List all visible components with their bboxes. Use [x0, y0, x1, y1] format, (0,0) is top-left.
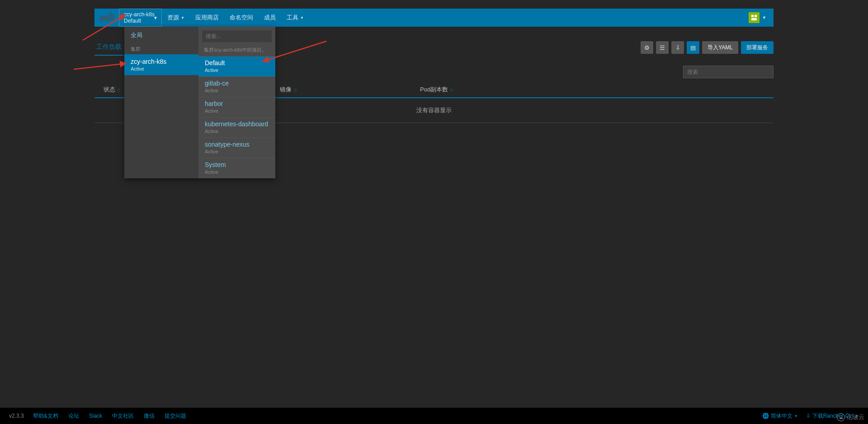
cluster-section-label: 集群: [124, 44, 198, 54]
deploy-button[interactable]: 部署服务: [741, 41, 774, 54]
language-selector[interactable]: 🌐 简体中文 ▼: [762, 412, 798, 420]
svg-rect-8: [755, 15, 757, 17]
global-link[interactable]: 全局: [124, 27, 198, 44]
svg-rect-0: [99, 16, 108, 20]
rancher-logo[interactable]: [96, 9, 119, 27]
nav-namespaces[interactable]: 命名空间: [224, 9, 259, 27]
project-search-input[interactable]: [202, 30, 272, 42]
import-yaml-button[interactable]: 导入YAML: [702, 41, 738, 54]
project-item-harbor[interactable]: harbor Active: [198, 97, 275, 117]
download-icon: ⇩: [675, 44, 680, 51]
group-icon: ▤: [690, 44, 696, 51]
chevron-down-icon: ▼: [762, 15, 766, 20]
cluster-project-dropdown[interactable]: zcy-arch-k8s Default ▼: [119, 9, 162, 27]
footer-forum[interactable]: 论坛: [68, 412, 79, 420]
gear-icon: ⚙: [644, 44, 650, 51]
svg-rect-1: [108, 14, 114, 20]
workload-search-input[interactable]: [683, 66, 774, 78]
chevron-down-icon: ▼: [300, 16, 304, 20]
svg-rect-4: [110, 12, 111, 14]
cow-logo-icon: [99, 12, 117, 23]
nav-resources[interactable]: 资源 ▼: [162, 9, 190, 27]
watermark: ☁ 亿速云: [837, 413, 864, 421]
active-indicator-icon: [198, 61, 202, 68]
svg-rect-3: [106, 20, 107, 22]
sort-icon: ◇: [450, 87, 453, 92]
chevron-down-icon: ▼: [181, 16, 184, 20]
footer-help[interactable]: 帮助&文档: [33, 412, 58, 420]
chevron-down-icon: ▼: [153, 15, 158, 20]
download-button[interactable]: ⇩: [671, 41, 684, 54]
project-item-kubernetes-dashboard[interactable]: kubernetes-dashboard Active: [198, 117, 275, 138]
tab-workloads[interactable]: 工作负载: [94, 39, 123, 56]
nav-tools[interactable]: 工具 ▼: [281, 9, 309, 27]
footer-slack[interactable]: Slack: [89, 413, 102, 419]
list-icon: ☰: [660, 44, 665, 51]
user-menu[interactable]: ▼: [745, 10, 770, 25]
project-item-default[interactable]: Default Active: [198, 56, 275, 76]
cluster-project-panel: 全局 集群 zcy-arch-k8s Active 集群zcy-arch-k8s…: [124, 27, 275, 178]
col-image[interactable]: 镜像 ◇: [280, 86, 420, 94]
footer-cn-community[interactable]: 中文社区: [112, 412, 134, 420]
project-item-gitlab-ce[interactable]: gitlab-ce Active: [198, 76, 275, 97]
footer: v2.3.3 帮助&文档 论坛 Slack 中文社区 微信 提交问题 🌐 简体中…: [0, 408, 868, 424]
settings-button[interactable]: ⚙: [641, 41, 653, 54]
globe-icon: 🌐: [762, 413, 769, 419]
cluster-item-zcy-arch-k8s[interactable]: zcy-arch-k8s Active: [124, 54, 198, 75]
project-column: 集群zcy-arch-k8s中的项目。 Default Active gitla…: [198, 27, 275, 178]
svg-rect-2: [100, 20, 102, 22]
svg-rect-9: [751, 18, 757, 20]
nav-members[interactable]: 成员: [259, 9, 281, 27]
cloud-icon: ☁: [837, 413, 845, 421]
col-replicas[interactable]: Pod副本数 ◇: [420, 86, 774, 94]
footer-issue[interactable]: 提交问题: [165, 412, 186, 420]
avatar: [749, 12, 760, 23]
download-icon: ⇩: [806, 413, 811, 419]
current-cluster: zcy-arch-k8s: [124, 11, 157, 18]
cluster-column: 全局 集群 zcy-arch-k8s Active: [124, 27, 198, 178]
project-item-sonatype-nexus[interactable]: sonatype-nexus Active: [198, 138, 275, 158]
sort-icon: ◇: [293, 87, 297, 92]
project-item-system[interactable]: System Active: [198, 158, 275, 178]
chevron-down-icon: ▼: [794, 414, 798, 418]
sort-icon: ◇: [117, 87, 121, 92]
list-view-button[interactable]: ☰: [656, 41, 669, 54]
project-hint: 集群zcy-arch-k8s中的项目。: [198, 46, 275, 56]
svg-rect-7: [751, 15, 754, 17]
nav-app-store[interactable]: 应用商店: [190, 9, 224, 27]
footer-wechat[interactable]: 微信: [144, 412, 155, 420]
version-label: v2.3.3: [9, 413, 24, 419]
svg-point-5: [112, 16, 113, 18]
current-project: Default: [124, 18, 157, 24]
top-header: zcy-arch-k8s Default ▼ 资源 ▼ 应用商店 命名空间 成员…: [94, 9, 774, 27]
group-view-button[interactable]: ▤: [687, 41, 699, 54]
